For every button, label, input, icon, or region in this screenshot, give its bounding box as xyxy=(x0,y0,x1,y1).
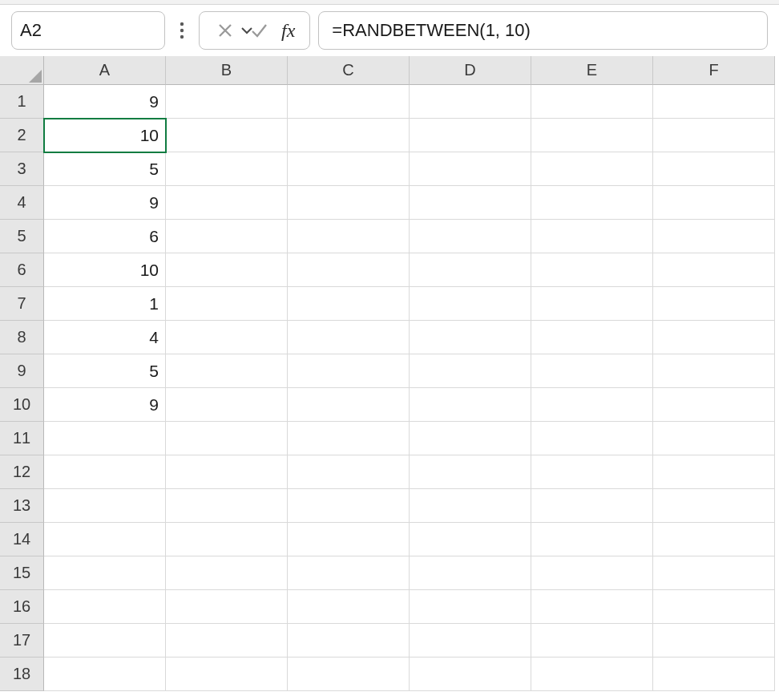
column-header-b[interactable]: B xyxy=(166,56,288,85)
cell-d17[interactable] xyxy=(410,624,531,658)
cell-f1[interactable] xyxy=(653,85,775,119)
cell-b12[interactable] xyxy=(166,455,288,489)
cell-c5[interactable] xyxy=(288,220,410,253)
cell-f14[interactable] xyxy=(653,523,775,556)
formula-input-container[interactable] xyxy=(318,11,768,50)
cell-c2[interactable] xyxy=(288,119,410,152)
cell-b18[interactable] xyxy=(166,658,288,691)
cell-d14[interactable] xyxy=(410,523,531,556)
column-header-d[interactable]: D xyxy=(410,56,531,85)
cell-e11[interactable] xyxy=(531,422,653,455)
cell-e1[interactable] xyxy=(531,85,653,119)
cell-f12[interactable] xyxy=(653,455,775,489)
cell-c15[interactable] xyxy=(288,556,410,590)
cell-e7[interactable] xyxy=(531,287,653,321)
row-header-12[interactable]: 12 xyxy=(0,455,44,489)
cell-d5[interactable] xyxy=(410,220,531,253)
cell-f4[interactable] xyxy=(653,186,775,220)
name-box[interactable] xyxy=(11,11,165,50)
cell-e2[interactable] xyxy=(531,119,653,152)
cell-d10[interactable] xyxy=(410,388,531,422)
row-header-17[interactable]: 17 xyxy=(0,624,44,658)
cell-b15[interactable] xyxy=(166,556,288,590)
chevron-down-icon[interactable] xyxy=(240,24,253,37)
cell-e6[interactable] xyxy=(531,253,653,287)
cell-a8[interactable]: 4 xyxy=(44,321,166,354)
cell-f18[interactable] xyxy=(653,658,775,691)
cell-a5[interactable]: 6 xyxy=(44,220,166,253)
cell-e8[interactable] xyxy=(531,321,653,354)
cell-a2[interactable]: 10 xyxy=(44,119,166,152)
cell-a14[interactable] xyxy=(44,523,166,556)
cell-f13[interactable] xyxy=(653,489,775,523)
cell-f17[interactable] xyxy=(653,624,775,658)
cell-c8[interactable] xyxy=(288,321,410,354)
cell-e15[interactable] xyxy=(531,556,653,590)
cell-b16[interactable] xyxy=(166,590,288,624)
select-all-corner[interactable] xyxy=(0,56,44,85)
cell-f16[interactable] xyxy=(653,590,775,624)
cell-c16[interactable] xyxy=(288,590,410,624)
row-header-3[interactable]: 3 xyxy=(0,152,44,186)
cell-e14[interactable] xyxy=(531,523,653,556)
insert-function-button[interactable]: fx xyxy=(278,20,298,42)
cell-f8[interactable] xyxy=(653,321,775,354)
cell-a1[interactable]: 9 xyxy=(44,85,166,119)
row-header-11[interactable]: 11 xyxy=(0,422,44,455)
cell-c7[interactable] xyxy=(288,287,410,321)
cell-a11[interactable] xyxy=(44,422,166,455)
cell-b14[interactable] xyxy=(166,523,288,556)
cell-b8[interactable] xyxy=(166,321,288,354)
cell-c10[interactable] xyxy=(288,388,410,422)
cell-c17[interactable] xyxy=(288,624,410,658)
cell-b7[interactable] xyxy=(166,287,288,321)
cell-a16[interactable] xyxy=(44,590,166,624)
cell-a9[interactable]: 5 xyxy=(44,354,166,388)
cell-b1[interactable] xyxy=(166,85,288,119)
cell-d18[interactable] xyxy=(410,658,531,691)
row-header-1[interactable]: 1 xyxy=(0,85,44,119)
cell-c4[interactable] xyxy=(288,186,410,220)
cell-a6[interactable]: 10 xyxy=(44,253,166,287)
row-header-15[interactable]: 15 xyxy=(0,556,44,590)
cell-e17[interactable] xyxy=(531,624,653,658)
cell-d3[interactable] xyxy=(410,152,531,186)
row-header-10[interactable]: 10 xyxy=(0,388,44,422)
column-header-a[interactable]: A xyxy=(44,56,166,85)
row-header-5[interactable]: 5 xyxy=(0,220,44,253)
row-header-8[interactable]: 8 xyxy=(0,321,44,354)
cell-c12[interactable] xyxy=(288,455,410,489)
cell-f9[interactable] xyxy=(653,354,775,388)
cell-e4[interactable] xyxy=(531,186,653,220)
name-box-input[interactable] xyxy=(20,20,240,41)
cell-a10[interactable]: 9 xyxy=(44,388,166,422)
cell-b6[interactable] xyxy=(166,253,288,287)
row-header-14[interactable]: 14 xyxy=(0,523,44,556)
row-header-4[interactable]: 4 xyxy=(0,186,44,220)
cell-d8[interactable] xyxy=(410,321,531,354)
cell-b2[interactable] xyxy=(166,119,288,152)
cell-d15[interactable] xyxy=(410,556,531,590)
cell-e12[interactable] xyxy=(531,455,653,489)
row-header-2[interactable]: 2 xyxy=(0,119,44,152)
cell-f15[interactable] xyxy=(653,556,775,590)
formula-input[interactable] xyxy=(332,20,754,41)
cell-c11[interactable] xyxy=(288,422,410,455)
cell-c6[interactable] xyxy=(288,253,410,287)
column-header-f[interactable]: F xyxy=(653,56,775,85)
cell-b3[interactable] xyxy=(166,152,288,186)
cell-c3[interactable] xyxy=(288,152,410,186)
cell-a12[interactable] xyxy=(44,455,166,489)
cell-c13[interactable] xyxy=(288,489,410,523)
cell-d13[interactable] xyxy=(410,489,531,523)
cell-d9[interactable] xyxy=(410,354,531,388)
cell-c18[interactable] xyxy=(288,658,410,691)
cell-d4[interactable] xyxy=(410,186,531,220)
cell-e13[interactable] xyxy=(531,489,653,523)
cell-d7[interactable] xyxy=(410,287,531,321)
cell-a4[interactable]: 9 xyxy=(44,186,166,220)
cell-f2[interactable] xyxy=(653,119,775,152)
cell-e16[interactable] xyxy=(531,590,653,624)
cell-b11[interactable] xyxy=(166,422,288,455)
cell-c9[interactable] xyxy=(288,354,410,388)
